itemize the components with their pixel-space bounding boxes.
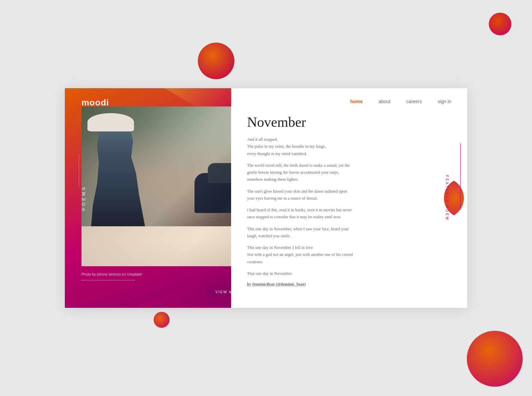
poem-paragraph-2: The world stood still, the birds dared t… xyxy=(247,162,353,183)
nav-item-about[interactable]: about xyxy=(379,99,390,104)
poem-title: November xyxy=(247,114,451,130)
nav-item-signin[interactable]: sign in xyxy=(438,99,451,104)
poem-paragraph-4: I had heard of this, read it in books, s… xyxy=(247,207,353,221)
deco-circle-medium xyxy=(198,43,234,79)
poem-paragraph-3: The sun's glow kissed your skin and the … xyxy=(247,188,353,202)
logo-area: moodi xyxy=(81,98,109,108)
sidebar-poems-label: POEMS xyxy=(81,185,86,211)
poem-author: by DominicBear (@dominic_bear) xyxy=(247,282,451,287)
nav-item-home[interactable]: home xyxy=(350,99,362,104)
logo-text: moodi xyxy=(81,98,109,107)
poem-paragraph-6: This one day in November I fell in love … xyxy=(247,244,353,266)
poem-author-name[interactable]: DominicBear (@dominic_bear) xyxy=(252,282,306,287)
featured-vertical-line xyxy=(460,143,461,210)
sidebar-line xyxy=(79,154,79,187)
poem-paragraph-7: That one day in November. xyxy=(247,270,353,277)
photo-credit-dotted-line xyxy=(81,280,135,281)
deco-circle-bottom-right xyxy=(467,331,523,387)
hat-shape xyxy=(87,113,134,131)
poem-author-prefix: by xyxy=(247,282,251,287)
navigation: home about careers sign in xyxy=(247,88,451,111)
featured-poem-label: FEATURED POEM xyxy=(445,175,449,221)
photo-bottom-buildings xyxy=(81,240,231,266)
deco-circle-top-right xyxy=(489,13,511,35)
photo-area xyxy=(81,106,231,291)
poem-paragraph-1: And it all stopped, The pulse in my vein… xyxy=(247,136,353,157)
nav-item-careers[interactable]: careers xyxy=(406,99,422,104)
view-moodbook-button[interactable]: VIEW MOODBOOK xyxy=(206,285,231,298)
car-roof xyxy=(208,163,231,183)
deco-circle-small xyxy=(154,312,170,328)
photo-credit: Photo by johnny lorenzo on Unsplash xyxy=(81,272,142,276)
main-card: moodi POEMS Photo by johnny lorenzo on U… xyxy=(65,88,467,308)
photo-bottom xyxy=(81,226,231,266)
left-panel: moodi POEMS Photo by johnny lorenzo on U… xyxy=(65,88,231,308)
poem-paragraph-5: This one day in November, when I saw you… xyxy=(247,226,353,240)
right-panel: home about careers sign in FEATURED POEM… xyxy=(231,88,467,308)
photo-top xyxy=(81,106,231,226)
poem-area: November And it all stopped, The pulse i… xyxy=(247,111,451,287)
view-moodbook-label: VIEW MOODBOOK xyxy=(215,290,231,294)
